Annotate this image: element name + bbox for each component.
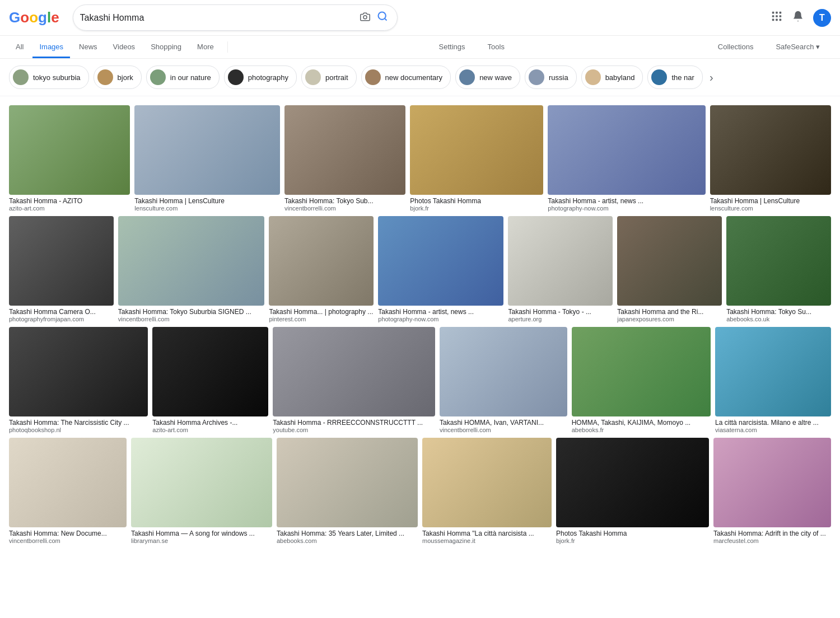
filter-portrait[interactable]: portrait [301, 65, 356, 89]
svg-rect-10 [776, 18, 778, 21]
filter-label: photography [248, 73, 288, 82]
grid-item[interactable]: La città narcisista. Milano e altre ... … [715, 327, 831, 433]
grid-item[interactable]: Takashi Homma: Tokyo Su... abebooks.co.u… [726, 216, 831, 322]
grid-item[interactable]: Photos Takashi Homma bjork.fr [410, 105, 543, 212]
grid-item[interactable]: Takashi Homma Camera O... photographyfro… [9, 216, 114, 322]
filter-next-button[interactable]: › [707, 69, 716, 86]
nav-safesearch[interactable]: SafeSearch ▾ [769, 36, 827, 58]
nav-images[interactable]: Images [32, 36, 70, 58]
grid-item[interactable]: Takashi Homma... | photography ... pinte… [269, 216, 374, 322]
search-bar: Takashi Homma [73, 4, 398, 31]
grid-item[interactable]: Takashi Homma: 35 Years Later, Limited .… [277, 438, 418, 544]
grid-item[interactable]: HOMMA, Takashi, KAIJIMA, Momoyo ... abeb… [572, 327, 711, 433]
header-right: T [771, 9, 831, 27]
nav-separator [227, 41, 228, 53]
svg-rect-5 [780, 11, 782, 13]
grid-item[interactable]: Photos Takashi Homma bjork.fr [556, 438, 709, 544]
filter-in-our-nature[interactable]: in our nature [146, 65, 220, 89]
navigation: All Images News Videos Shopping More Set… [0, 36, 840, 59]
nav-right: Settings Tools [432, 36, 511, 58]
filter-label: russia [549, 73, 568, 82]
grid-item[interactable]: Takashi Homma - artist, news ... photogr… [378, 216, 503, 322]
filter-label: tokyo suburbia [33, 73, 81, 82]
filter-label: new wave [479, 73, 512, 82]
filter-label: babyland [605, 73, 635, 82]
svg-rect-11 [780, 18, 782, 21]
filter-the-nar[interactable]: the nar [647, 65, 702, 89]
nav-settings[interactable]: Settings [432, 36, 472, 58]
grid-item[interactable]: Takashi Homma — A song for windows ... l… [131, 438, 272, 544]
filter-label: in our nature [170, 73, 211, 82]
filter-russia[interactable]: russia [525, 65, 577, 89]
apps-button[interactable] [771, 10, 783, 26]
grid-row-2: Takashi Homma Camera O... photographyfro… [9, 216, 831, 322]
svg-rect-9 [772, 18, 774, 21]
nav-all[interactable]: All [9, 36, 30, 58]
grid-item[interactable]: Takashi HOMMA, Ivan, VARTANI... vincentb… [440, 327, 567, 433]
grid-item[interactable]: Takashi Homma: Adrift in the city of ...… [713, 438, 831, 544]
search-button[interactable] [375, 8, 390, 27]
nav-shopping[interactable]: Shopping [144, 36, 188, 58]
grid-item[interactable]: Takashi Homma "La città narcisista ... m… [422, 438, 552, 544]
nav-videos[interactable]: Videos [106, 36, 142, 58]
grid-item[interactable]: Takashi Homma: Tokyo Suburbia SIGNED ...… [118, 216, 265, 322]
svg-rect-6 [772, 15, 774, 17]
grid-item[interactable]: Takashi Homma | LensCulture lensculture.… [710, 105, 831, 212]
notifications-button[interactable] [792, 10, 804, 25]
filter-new-wave[interactable]: new wave [455, 65, 520, 89]
grid-item[interactable]: Takashi Homma and the Ri... japanexposur… [617, 216, 722, 322]
svg-line-2 [384, 18, 386, 21]
grid-item[interactable]: Takashi Homma Archives -... azito-art.co… [152, 327, 268, 433]
grid-item[interactable]: Takashi Homma | LensCulture lensculture.… [134, 105, 280, 212]
grid-item[interactable]: Takashi Homma - artist, news ... photogr… [548, 105, 705, 212]
filter-new-documentary[interactable]: new documentary [361, 65, 451, 89]
grid-item[interactable]: Takashi Homma - AZITO azito-art.com [9, 105, 130, 212]
avatar[interactable]: T [813, 9, 831, 27]
grid-item[interactable]: Takashi Homma: The Narcissistic City ...… [9, 327, 148, 433]
filter-label: new documentary [385, 73, 443, 82]
nav-collections[interactable]: Collections [711, 36, 760, 58]
nav-news[interactable]: News [72, 36, 104, 58]
camera-search-button[interactable] [358, 10, 372, 26]
filter-bjork[interactable]: bjork [94, 65, 142, 89]
grid-item[interactable]: Takashi Homma - Tokyo - ... aperture.org [508, 216, 613, 322]
filter-tokyo-suburbia[interactable]: tokyo suburbia [9, 65, 89, 89]
svg-rect-4 [776, 11, 778, 13]
header: Google Takashi Homma [0, 0, 840, 36]
svg-point-0 [363, 15, 367, 18]
filter-photography[interactable]: photography [224, 65, 297, 89]
filter-label: portrait [325, 73, 348, 82]
svg-point-1 [378, 12, 385, 20]
filter-babyland[interactable]: babyland [581, 65, 643, 89]
grid-row-4: Takashi Homma: New Docume... vincentborr… [9, 438, 831, 544]
svg-rect-3 [772, 11, 774, 13]
google-logo[interactable]: Google [9, 9, 59, 26]
grid-row-3: Takashi Homma: The Narcissistic City ...… [9, 327, 831, 433]
grid-item[interactable]: Takashi Homma: Tokyo Sub... vincentborre… [284, 105, 405, 212]
filter-label: bjork [118, 73, 133, 82]
svg-rect-8 [780, 15, 782, 17]
search-input[interactable]: Takashi Homma [80, 13, 358, 23]
grid-item[interactable]: Takashi Homma: New Docume... vincentborr… [9, 438, 127, 544]
filter-chips: tokyo suburbia bjork in our nature photo… [0, 59, 840, 96]
nav-more[interactable]: More [190, 36, 221, 58]
filter-label: the nar [671, 73, 694, 82]
svg-rect-7 [776, 15, 778, 17]
grid-row-1: Takashi Homma - AZITO azito-art.com Taka… [9, 105, 831, 212]
nav-tools[interactable]: Tools [481, 36, 511, 58]
grid-item[interactable]: Takashi Homma - RRREECCONNSTRUCCTTT ... … [273, 327, 435, 433]
image-grid: Takashi Homma - AZITO azito-art.com Taka… [0, 96, 840, 558]
